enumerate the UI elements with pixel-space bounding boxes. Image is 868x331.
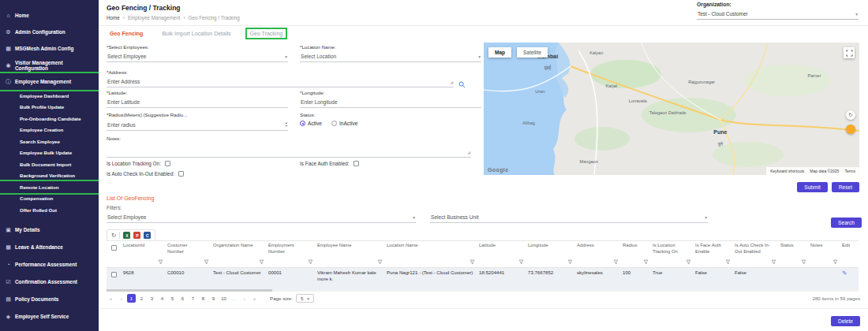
terms-link[interactable]: Terms: [844, 169, 855, 173]
table-header-cell-notes[interactable]: Notes: [808, 240, 840, 268]
pager-page-8[interactable]: 8: [199, 294, 208, 303]
table-header-cell-employee-name[interactable]: Employee Name: [315, 240, 384, 268]
tab-geo-fencing[interactable]: Geo Fencing: [107, 29, 146, 38]
search-button[interactable]: Search: [831, 218, 862, 228]
sidebar-item-employee-management[interactable]: ⓘEmployee Management: [0, 73, 99, 90]
pager-page-5[interactable]: 5: [168, 294, 177, 303]
employee-filter-dropdown[interactable]: Select Employee ▾: [107, 213, 416, 223]
pager-prev-button[interactable]: ‹: [117, 294, 125, 303]
filter-funnel-icon[interactable]: [725, 259, 731, 266]
table-header-cell-radius[interactable]: Radius: [620, 240, 650, 268]
sidebar-item-bulk-profile-update[interactable]: Bulk Profile Update: [0, 102, 99, 113]
filter-funnel-icon[interactable]: [158, 259, 163, 266]
row-checkbox[interactable]: [111, 272, 117, 277]
reset-button[interactable]: Reset: [832, 182, 859, 192]
sidebar-item-visitor-management-configuration[interactable]: ◉Visitor Management Configuration: [0, 57, 99, 73]
pager-page-6[interactable]: 6: [178, 294, 187, 303]
filter-funnel-icon[interactable]: [377, 259, 383, 266]
is-auto-checkinout-checkbox[interactable]: [178, 171, 184, 177]
sidebar-item-admin-configuration[interactable]: ⚙Admin Configuration: [0, 24, 99, 40]
pager-page-10[interactable]: 10: [219, 294, 228, 303]
table-header-cell-edit[interactable]: Edit: [840, 240, 859, 268]
table-header-cell-locationid[interactable]: LocationId: [121, 240, 165, 268]
sidebar-item-performance-assessment[interactable]: ◔Performance Assessment: [0, 256, 99, 273]
sidebar-item-bulk-document-import[interactable]: Bulk Document Import: [0, 158, 99, 170]
sidebar-item-employee-bulk-update[interactable]: Employee Bulk Update: [0, 147, 99, 159]
status-radio-inactive[interactable]: InActive: [331, 121, 357, 126]
filter-funnel-icon[interactable]: [801, 259, 806, 266]
filter-funnel-icon[interactable]: [470, 259, 475, 266]
filter-funnel-icon[interactable]: [308, 259, 313, 266]
status-radio-active[interactable]: Active: [300, 121, 322, 126]
table-header-cell-status[interactable]: Status: [778, 240, 808, 268]
csv-export-icon[interactable]: C: [144, 232, 151, 239]
breadcrumb-employee-management-link[interactable]: Employee Management: [128, 15, 181, 20]
table-header-cell-address[interactable]: Address: [574, 240, 620, 268]
excel-export-icon[interactable]: X: [123, 232, 130, 239]
table-header-cell-is-location-tracking-on[interactable]: Is Location Tracking On: [650, 240, 693, 268]
table-header-cell-organization-name[interactable]: Organization Name: [211, 240, 266, 268]
pager-page-4[interactable]: 4: [158, 294, 166, 303]
pager-page-2[interactable]: 2: [137, 294, 146, 303]
table-header-cell-is-auto-check-in-out-enabled[interactable]: Is Auto Check In-Out Enabled: [732, 240, 778, 268]
business-unit-filter-dropdown[interactable]: Select Business Unit ▾: [430, 213, 708, 223]
filter-funnel-icon[interactable]: [259, 259, 264, 266]
pdf-export-icon[interactable]: P: [133, 232, 140, 239]
map-panel[interactable]: MumbaiमुंबईKalyanKarjatLonavalaRajguruna…: [484, 43, 859, 175]
submit-button[interactable]: Submit: [797, 182, 828, 192]
sidebar-item-home[interactable]: ⌂Home: [0, 7, 99, 24]
filter-funnel-icon[interactable]: [771, 259, 776, 266]
refresh-icon[interactable]: ↻: [111, 232, 116, 239]
sidebar-item-confirmation-assessment[interactable]: ☑Confirmation Assessment: [0, 273, 99, 291]
sidebar-item-leave-attendance[interactable]: ▦Leave & Attendance: [0, 239, 99, 256]
filter-funnel-icon[interactable]: [518, 259, 524, 266]
filter-funnel-icon[interactable]: [686, 259, 691, 266]
pager-page-1[interactable]: 1: [127, 294, 136, 303]
scrollbar-thumb[interactable]: [107, 289, 272, 292]
map-view-button[interactable]: Map: [488, 47, 511, 58]
address-resize-handle[interactable]: ◢: [450, 80, 453, 84]
rotate-view-icon[interactable]: ↻: [846, 110, 855, 120]
step-down-icon[interactable]: ▾: [286, 125, 287, 128]
filter-funnel-icon[interactable]: [567, 259, 573, 266]
pegman-icon[interactable]: [846, 125, 855, 134]
longitude-input[interactable]: Enter Longitude: [300, 98, 481, 108]
edit-pencil-icon[interactable]: ✎: [842, 270, 847, 277]
table-horizontal-scrollbar[interactable]: [107, 289, 859, 292]
pager-page-3[interactable]: 3: [148, 294, 156, 303]
table-header-cell-customer-number[interactable]: Customer Number: [165, 240, 211, 268]
select-all-checkbox[interactable]: [111, 245, 117, 251]
sidebar-item-employee-self-service[interactable]: ◈Employee Self Service: [0, 308, 99, 325]
page-size-select[interactable]: 5 ▾: [296, 294, 314, 303]
table-header-cell-latitude[interactable]: Latitude: [477, 240, 526, 268]
sidebar-item-policy-documents[interactable]: ▤Policy Documents: [0, 291, 99, 308]
sidebar-item-pre-onboarding-candidate[interactable]: Pre-Onboarding Candidate: [0, 113, 99, 125]
satellite-view-button[interactable]: Satellite: [517, 47, 548, 58]
sidebar-item-offer-rolled-out[interactable]: Offer Rolled Out: [0, 204, 99, 216]
latitude-input[interactable]: Enter Latitude: [107, 98, 288, 108]
is-location-tracking-checkbox[interactable]: [165, 161, 170, 166]
location-name-dropdown[interactable]: Select Location ▾: [300, 52, 481, 62]
sidebar-item-msgmesh-admin-config[interactable]: ▦MSGMesh Admin Config: [0, 40, 99, 57]
radius-stepper[interactable]: ▴▾: [286, 121, 287, 128]
pager-last-button[interactable]: »: [250, 294, 259, 303]
filter-funnel-icon[interactable]: [643, 259, 649, 266]
pager-next-button[interactable]: ›: [240, 294, 249, 303]
table-header-cell-employment-number[interactable]: Employment Number: [266, 240, 315, 268]
sidebar-item-employee-dashboard[interactable]: Employee Dashboard: [0, 90, 99, 102]
sidebar-item-search-employee[interactable]: Search Employee: [0, 136, 99, 147]
breadcrumb-home-link[interactable]: Home: [107, 15, 120, 20]
table-header-cell-is-face-auth-enable[interactable]: Is Face Auth Enable: [693, 240, 732, 268]
tab-bulk-import-location-details[interactable]: Bulk Import Location Details: [159, 29, 234, 38]
sidebar-item-background-verification[interactable]: Background Verification: [0, 170, 99, 182]
table-header-cell-location-name[interactable]: Location Name: [384, 240, 477, 268]
pager-page-9[interactable]: 9: [209, 294, 218, 303]
fullscreen-icon[interactable]: [844, 47, 855, 58]
tab-geo-tracking[interactable]: Geo Tracking: [247, 29, 286, 38]
address-input[interactable]: Enter Address ◢: [107, 77, 454, 87]
filter-funnel-icon[interactable]: [832, 259, 838, 266]
notes-input[interactable]: ◢: [107, 143, 471, 158]
organization-select[interactable]: Test - Cloud Customer ▾: [697, 9, 859, 20]
select-employees-dropdown[interactable]: Select Employee ▾: [107, 52, 288, 62]
pager-first-button[interactable]: «: [107, 294, 115, 303]
